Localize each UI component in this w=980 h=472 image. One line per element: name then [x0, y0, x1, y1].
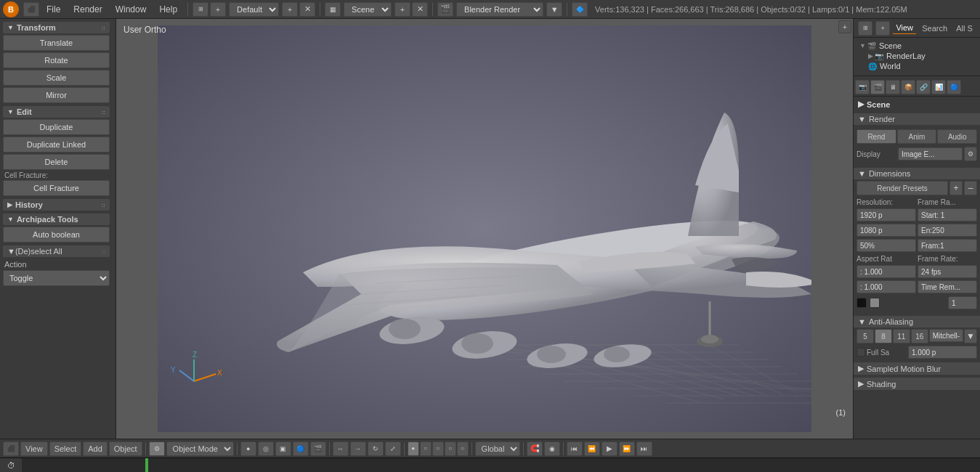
sampled-motion-header[interactable]: ▶ Sampled Motion Blur — [854, 362, 980, 375]
prop-icon-constraints[interactable]: 🔗 — [916, 80, 931, 94]
right-panel-icon1[interactable]: ⊞ — [858, 21, 872, 36]
scale-btn[interactable]: Scale — [3, 70, 110, 86]
mitchell-dropdown[interactable]: ▼ — [964, 329, 977, 343]
full-sa-checkbox[interactable] — [857, 348, 865, 357]
frame-count-field[interactable]: 1 — [948, 296, 977, 309]
fps-field[interactable]: 24 fps — [918, 265, 977, 278]
snap-icon[interactable]: 🧲 — [527, 442, 543, 456]
res-y-field[interactable]: 1080 p — [857, 224, 916, 237]
rend-tab[interactable]: Rend — [857, 129, 896, 144]
prop-icon-material[interactable]: 🔵 — [947, 80, 961, 94]
edit-header[interactable]: ▼ Edit :: — [3, 106, 110, 118]
start-frame-field[interactable]: Start: 1 — [918, 208, 977, 221]
renderlay-tree-item[interactable]: ▶ 📷 RenderLay — [857, 51, 977, 61]
layer-4[interactable]: ○ — [445, 442, 456, 456]
blender-logo[interactable]: B — [3, 1, 19, 17]
render-section-header[interactable]: ▼ Render — [854, 113, 980, 125]
proportional-icon[interactable]: ◉ — [544, 442, 560, 456]
render-engine-selector[interactable]: Blender Render — [456, 2, 543, 17]
add-scene-icon[interactable]: + — [394, 2, 410, 17]
prop-icon-camera[interactable]: 📷 — [855, 80, 870, 94]
duplicate-btn[interactable]: Duplicate — [3, 119, 110, 135]
layer-5[interactable]: ○ — [457, 442, 469, 456]
layer-3[interactable]: ○ — [432, 442, 444, 456]
full-sa-value[interactable]: 1.000 p — [908, 346, 977, 359]
editor-type-btn[interactable]: ⬛ — [23, 2, 39, 17]
rotate-btn[interactable]: Rotate — [3, 52, 110, 68]
aa-btn-16[interactable]: 16 — [911, 329, 928, 343]
add-mode-icon[interactable]: + — [282, 2, 298, 17]
all-tab[interactable]: All S — [953, 23, 976, 34]
cell-fracture-btn[interactable]: Cell Fracture — [3, 180, 110, 196]
render-shade-icon[interactable]: 🎬 — [310, 442, 326, 456]
viewport[interactable]: User Ortho + — [116, 19, 853, 439]
aa-btn-11[interactable]: 11 — [893, 329, 910, 343]
shading-header[interactable]: ▶ Shading — [854, 378, 980, 390]
timeline-icon[interactable]: ⏱ — [0, 458, 22, 472]
timeline-play-icon[interactable]: ▶ — [602, 442, 617, 456]
scene-tree-item[interactable]: ▼ 🎬 Scene — [857, 41, 977, 51]
aa-btn-8[interactable]: 8 — [875, 329, 892, 343]
mode-selector[interactable]: Default — [229, 2, 279, 17]
anti-alias-header[interactable]: ▼ Anti-Aliasing — [854, 316, 980, 327]
screen-layout-icon[interactable]: ⊞ — [193, 2, 208, 17]
del-preset-btn[interactable]: – — [964, 181, 977, 195]
archipack-header[interactable]: ▼ Archipack Tools — [3, 213, 110, 225]
aa-btn-5[interactable]: 5 — [857, 329, 874, 343]
audio-tab[interactable]: Audio — [937, 129, 977, 144]
texture-shade-icon[interactable]: ▣ — [275, 442, 291, 456]
prop-icon-render[interactable]: 🖥 — [886, 80, 900, 94]
timeline-prev-icon[interactable]: ⏪ — [584, 442, 600, 456]
anim-tab[interactable]: Anim — [897, 129, 937, 144]
menu-help[interactable]: Help — [153, 3, 183, 16]
deselect-header[interactable]: ▼ (De)select All :: — [3, 245, 110, 257]
layer-2[interactable]: ○ — [420, 442, 432, 456]
manipulator-icon[interactable]: ↔ — [333, 442, 349, 456]
action-selector[interactable]: Toggle — [3, 270, 110, 286]
res-pct-field[interactable]: 50% — [857, 239, 916, 252]
mode-dropdown[interactable]: Object Mode — [166, 442, 234, 456]
right-panel-icon2[interactable]: + — [875, 21, 890, 36]
timeline-end-icon[interactable]: ⏭ — [636, 442, 652, 456]
dimensions-header[interactable]: ▼ Dimensions — [854, 168, 980, 179]
color-swatch-gray[interactable] — [870, 298, 880, 308]
translate-btn[interactable]: Translate — [3, 35, 110, 51]
material-shade-icon[interactable]: 🔵 — [293, 442, 309, 456]
prop-icon-data[interactable]: 📊 — [931, 80, 946, 94]
del-scene-icon[interactable]: ✕ — [412, 2, 428, 17]
delete-btn[interactable]: Delete — [3, 154, 110, 170]
wire-shade-icon[interactable]: ◎ — [258, 442, 274, 456]
duplicate-linked-btn[interactable]: Duplicate Linked — [3, 137, 110, 152]
timeline-start-icon[interactable]: ⏮ — [567, 442, 583, 456]
scene-selector[interactable]: Scene — [344, 2, 392, 17]
menu-render[interactable]: Render — [68, 3, 108, 16]
time-rem-field[interactable]: Time Rem... — [918, 280, 977, 293]
viewport-type-icon[interactable]: ⬛ — [3, 442, 19, 456]
render-engine-settings-icon[interactable]: ▼ — [546, 2, 562, 17]
fram-field[interactable]: Fram:1 — [918, 239, 977, 252]
view-btn[interactable]: View — [20, 442, 48, 456]
aspect-y-field[interactable]: : 1.000 — [857, 280, 916, 293]
select-btn[interactable]: Select — [49, 442, 82, 456]
scale-icon[interactable]: ⤢ — [385, 442, 401, 456]
transform-orientation-dropdown[interactable]: Global — [475, 442, 520, 456]
world-tree-item[interactable]: 🌐 World — [857, 61, 977, 71]
history-header[interactable]: ▶ History :: — [3, 199, 110, 211]
prop-icon-scene[interactable]: 🎬 — [870, 80, 885, 94]
res-x-field[interactable]: 1920 p — [857, 208, 916, 221]
prop-icon-object[interactable]: 📦 — [901, 80, 915, 94]
mirror-btn[interactable]: Mirror — [3, 87, 110, 103]
display-settings-btn[interactable]: ⚙ — [964, 147, 977, 161]
scene-icon[interactable]: ▦ — [325, 2, 341, 17]
solid-shade-icon[interactable]: ● — [240, 442, 256, 456]
object-btn[interactable]: Object — [109, 442, 142, 456]
translate-icon[interactable]: → — [350, 442, 366, 456]
transform-header[interactable]: ▼ Transform :: — [3, 22, 110, 33]
aspect-x-field[interactable]: : 1.000 — [857, 265, 916, 278]
timeline-next-icon[interactable]: ⏩ — [619, 442, 635, 456]
add-btn[interactable]: Add — [83, 442, 108, 456]
del-mode-icon[interactable]: ✕ — [299, 2, 315, 17]
add-preset-btn[interactable]: + — [949, 181, 963, 195]
search-tab[interactable]: Search — [919, 23, 950, 34]
color-swatch-black[interactable] — [857, 298, 867, 308]
